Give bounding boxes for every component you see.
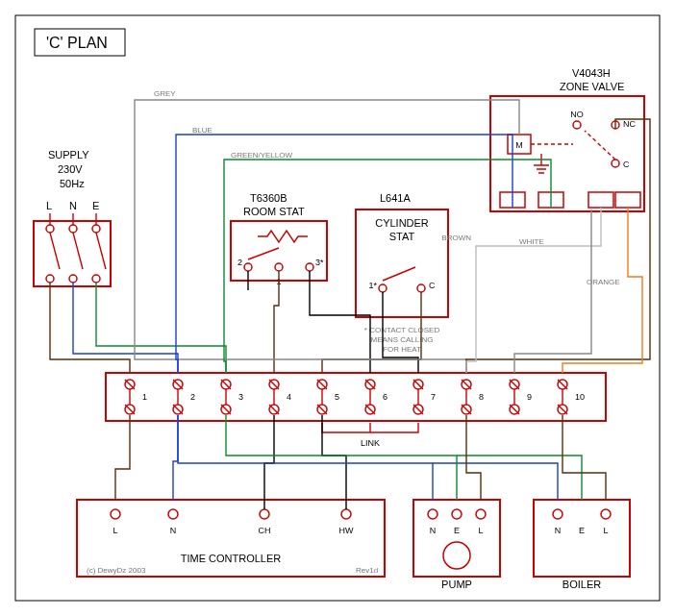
- zone-label: ZONE VALVE: [560, 81, 624, 92]
- cylstat-label1: CYLINDER: [375, 217, 429, 229]
- zone-m: M: [515, 140, 523, 150]
- boiler-label: BOILER: [562, 579, 601, 590]
- svg-point-88: [452, 509, 462, 519]
- tc-l: L: [112, 526, 117, 535]
- roomstat-label: ROOM STAT: [243, 206, 305, 217]
- svg-point-83: [111, 509, 120, 519]
- diagram-title: 'C' PLAN: [46, 35, 108, 51]
- svg-point-19: [379, 284, 387, 292]
- wire-green-label: GREEN/YELLOW: [231, 151, 292, 160]
- cylstat-note2: MEANS CALLING: [371, 335, 434, 344]
- svg-point-22: [573, 121, 581, 129]
- svg-point-11: [46, 275, 54, 283]
- svg-point-12: [69, 275, 77, 283]
- roomstat-model: T6360B: [250, 192, 288, 204]
- jt6: 6: [383, 392, 388, 402]
- tc-label: TIME CONTROLLER: [181, 553, 282, 564]
- svg-rect-31: [615, 192, 640, 208]
- jt10: 10: [575, 392, 585, 402]
- svg-point-85: [260, 509, 269, 519]
- svg-point-24: [612, 160, 619, 167]
- jt9: 9: [527, 392, 532, 402]
- jt8: 8: [479, 392, 484, 402]
- cylstat-model: L641A: [380, 192, 411, 204]
- boiler-l: L: [603, 526, 608, 535]
- svg-point-16: [275, 263, 283, 271]
- svg-line-8: [50, 233, 60, 269]
- svg-point-2: [46, 225, 54, 233]
- pump-box: [413, 500, 500, 577]
- cylstat-t2: C: [429, 281, 436, 290]
- supply-l: L: [46, 200, 52, 211]
- wiring-diagram: 'C' PLAN SUPPLY 230V 50Hz L N E T6360B R…: [0, 0, 675, 616]
- cylstat-note3: FOR HEAT: [383, 345, 421, 354]
- svg-point-86: [341, 509, 351, 519]
- svg-line-9: [73, 233, 83, 269]
- tc-n: N: [170, 526, 177, 535]
- jt2: 2: [190, 392, 195, 402]
- jt5: 5: [335, 392, 339, 402]
- cylstat-t1: 1*: [368, 281, 377, 290]
- roomstat-t1: 2: [238, 258, 242, 267]
- svg-point-84: [168, 509, 178, 519]
- jt3: 3: [238, 392, 243, 402]
- zone-nc: NC: [623, 119, 636, 129]
- boiler-e: E: [579, 526, 585, 535]
- zone-c: C: [623, 160, 630, 169]
- boiler-box: [534, 500, 630, 577]
- svg-line-10: [96, 233, 106, 269]
- junction-terminals: 1 2 3 4 5 6 7: [125, 380, 585, 414]
- svg-line-25: [585, 131, 615, 160]
- svg-point-91: [553, 509, 562, 519]
- svg-point-4: [92, 225, 100, 233]
- cylstat-label2: STAT: [389, 231, 415, 242]
- svg-point-13: [92, 275, 100, 283]
- roomstat-t3: 3*: [315, 258, 324, 267]
- jt1: 1: [142, 392, 147, 402]
- tc-ch: CH: [259, 526, 271, 535]
- svg-point-93: [601, 509, 611, 519]
- svg-point-15: [244, 263, 252, 271]
- boiler-n: N: [555, 526, 562, 535]
- zone-no: NO: [570, 110, 584, 119]
- supply-freq: 50Hz: [60, 178, 85, 189]
- tc-hw: HW: [339, 526, 354, 535]
- pump-n: N: [430, 526, 437, 535]
- pump-l: L: [478, 526, 483, 535]
- jt4: 4: [287, 392, 291, 402]
- wire-blue-label: BLUE: [192, 126, 212, 135]
- svg-point-17: [306, 263, 313, 271]
- zone-model: V4043H: [572, 67, 611, 79]
- wire-brown-label: BROWN: [441, 234, 471, 242]
- supply-n: N: [69, 200, 77, 211]
- supply-e: E: [92, 200, 99, 211]
- jt7: 7: [431, 392, 436, 402]
- credit: (c) DewyDz 2003: [87, 566, 146, 575]
- pump-e: E: [454, 526, 460, 535]
- wire-grey-label: GREY: [154, 89, 176, 98]
- rev: Rev1d: [356, 566, 378, 575]
- junction-link: LINK: [361, 438, 380, 448]
- svg-point-89: [476, 509, 486, 519]
- svg-point-90: [443, 542, 470, 569]
- svg-rect-30: [588, 192, 613, 208]
- svg-line-18: [383, 267, 415, 281]
- svg-line-14: [248, 248, 279, 259]
- wire-white-label: WHITE: [519, 237, 544, 246]
- svg-point-20: [417, 284, 425, 292]
- supply-label: SUPPLY: [48, 149, 89, 160]
- svg-point-3: [69, 225, 77, 233]
- cylstat-note1: * CONTACT CLOSED: [364, 326, 440, 334]
- svg-point-87: [428, 509, 438, 519]
- pump-label: PUMP: [441, 579, 472, 590]
- tc-box: [77, 500, 385, 577]
- supply-voltage: 230V: [58, 163, 83, 175]
